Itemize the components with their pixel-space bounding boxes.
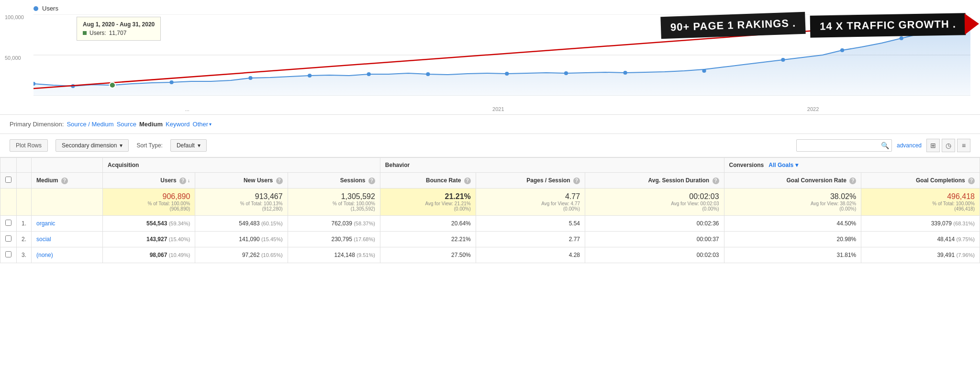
totals-bounce-big: 21.21%: [385, 192, 471, 201]
banner-traffic: 14 X TRAFFIC GROWTH .: [810, 13, 966, 38]
keyword-link[interactable]: Keyword: [166, 121, 190, 128]
totals-sessions-pct: % of Total: 100.00%: [293, 201, 375, 206]
legend-dot: [33, 6, 38, 11]
row1-duration: 00:02:36: [585, 216, 724, 232]
chart-legend: Users: [33, 5, 970, 12]
row3-sessions: 124,148 (9.51%): [288, 247, 380, 263]
view-icons: ⊞ ◷ ≡: [926, 139, 970, 152]
controls-bar: Plot Rows Secondary dimension ▾ Sort Typ…: [0, 134, 980, 157]
chart-x-labels: ... 2021 2022: [33, 106, 970, 112]
row2-nu-pct: (15.45%): [261, 236, 283, 242]
medium-active[interactable]: Medium: [139, 121, 163, 128]
search-input[interactable]: [796, 139, 892, 152]
row2-gcr: 20.98%: [724, 232, 861, 247]
select-all-checkbox[interactable]: [5, 177, 11, 183]
avg-dur-help-icon[interactable]: ?: [713, 178, 719, 184]
other-dropdown[interactable]: Other ▾: [193, 121, 212, 128]
sort-default-dropdown[interactable]: Default ▾: [170, 139, 207, 152]
th-medium: Medium ?: [32, 173, 103, 189]
source-link[interactable]: Source: [117, 121, 136, 128]
sessions-help-icon[interactable]: ?: [368, 178, 375, 184]
users-help-icon[interactable]: ?: [179, 178, 186, 184]
row3-checkbox[interactable]: [5, 251, 11, 257]
row3-num: 3.: [17, 247, 32, 263]
totals-row: 906,890 % of Total: 100.00% (906,890) 91…: [0, 189, 980, 216]
section-header-row: Acquisition Behavior Conversions All Goa…: [0, 158, 980, 173]
row3-gc-pct: (7.96%): [956, 252, 975, 258]
totals-gcr-avg: Avg for View: 38.02%: [729, 201, 857, 206]
row1-checkbox[interactable]: [5, 220, 11, 226]
primary-dim-label: Primary Dimension:: [10, 121, 64, 128]
totals-pages-avg: Avg for View: 4.77: [481, 201, 580, 206]
users-sort-icon[interactable]: ↓: [188, 178, 190, 183]
row2-new-users: 141,090 (15.45%): [195, 232, 288, 247]
pie-view-icon[interactable]: ◷: [942, 139, 955, 152]
secondary-dimension-dropdown[interactable]: Secondary dimension ▾: [56, 139, 129, 152]
table-row: 2. social 143,927 (15.40%) 141,090 (15.4…: [0, 232, 980, 247]
th-acquisition: Acquisition: [103, 158, 380, 173]
legend-label: Users: [42, 5, 58, 12]
other-chevron-icon: ▾: [209, 122, 212, 127]
chart-y-labels: 100,000 50,000: [5, 14, 24, 96]
th-goal-completions: Goal Completions ?: [861, 173, 980, 189]
row2-duration: 00:00:37: [585, 232, 724, 247]
plot-rows-button[interactable]: Plot Rows: [10, 139, 48, 152]
svg-point-13: [564, 71, 568, 75]
svg-point-15: [702, 69, 706, 73]
new-users-help-icon[interactable]: ?: [276, 178, 283, 184]
gc-help-icon[interactable]: ?: [968, 178, 975, 184]
controls-right: 🔍 advanced ⊞ ◷ ≡: [796, 139, 970, 152]
bounce-help-icon[interactable]: ?: [464, 178, 471, 184]
totals-gcr-diff: (0.00%): [729, 206, 857, 211]
row2-num: 2.: [17, 232, 32, 247]
row1-nu-pct: (60.15%): [261, 221, 283, 226]
totals-duration-avg: Avg for View: 00:02:03: [590, 201, 719, 206]
svg-point-21: [110, 82, 115, 88]
row1-gc: 339,079 (68.31%): [861, 216, 980, 232]
pages-help-icon[interactable]: ?: [573, 178, 580, 184]
totals-gc-abs: (496,418): [866, 206, 975, 211]
grid-view-icon[interactable]: ⊞: [926, 139, 940, 152]
totals-sessions-abs: (1,305,592): [293, 206, 375, 211]
totals-medium-cell: [32, 189, 103, 216]
source-medium-link[interactable]: Source / Medium: [67, 121, 113, 128]
svg-point-9: [308, 74, 312, 78]
column-header-row: Medium ? Users ? ↓ New Users ? Sessions …: [0, 173, 980, 189]
advanced-link[interactable]: advanced: [897, 142, 922, 149]
th-pages-session: Pages / Session ?: [476, 173, 585, 189]
th-num-empty: [17, 158, 32, 173]
row1-medium-link[interactable]: organic: [36, 220, 55, 227]
row2-checkbox[interactable]: [5, 235, 11, 242]
row1-users-pct: (59.34%): [169, 221, 190, 226]
svg-point-8: [248, 76, 252, 80]
list-view-icon[interactable]: ≡: [957, 139, 970, 152]
th-sessions: Sessions ?: [288, 173, 380, 189]
row1-gcr: 44.50%: [724, 216, 861, 232]
row1-bounce: 20.64%: [380, 216, 476, 232]
row2-gc-pct: (9.75%): [956, 236, 975, 242]
gcr-help-icon[interactable]: ?: [849, 178, 856, 184]
totals-checkbox-cell: [0, 189, 17, 216]
data-table: Acquisition Behavior Conversions All Goa…: [0, 157, 980, 263]
row3-medium-cell: (none): [32, 247, 103, 263]
row1-sessions: 762,039 (58.37%): [288, 216, 380, 232]
all-goals-dropdown[interactable]: All Goals ▾: [768, 162, 798, 168]
row3-users-pct: (10.49%): [169, 252, 190, 258]
row2-medium-link[interactable]: social: [36, 236, 51, 243]
svg-point-14: [624, 71, 627, 75]
th-behavior: Behavior: [380, 158, 724, 173]
row3-sess-pct: (9.51%): [356, 252, 375, 258]
totals-bounce-cell: 21.21% Avg for View: 21.21% (0.00%): [380, 189, 476, 216]
row3-medium-link[interactable]: (none): [36, 252, 53, 258]
totals-num-cell: [17, 189, 32, 216]
row1-pages: 5.54: [476, 216, 585, 232]
totals-gcr-big: 38.02%: [729, 192, 857, 201]
totals-bounce-diff: (0.00%): [385, 206, 471, 211]
totals-pages-cell: 4.77 Avg for View: 4.77 (0.00%): [476, 189, 585, 216]
search-icon[interactable]: 🔍: [881, 142, 889, 149]
medium-help-icon[interactable]: ?: [61, 178, 68, 184]
totals-users-pct: % of Total: 100.00%: [108, 201, 190, 206]
totals-sessions-big: 1,305,592: [293, 192, 375, 201]
table-row: 3. (none) 98,067 (10.49%) 97,262 (10.65%…: [0, 247, 980, 263]
row2-sessions: 230,795 (17.68%): [288, 232, 380, 247]
